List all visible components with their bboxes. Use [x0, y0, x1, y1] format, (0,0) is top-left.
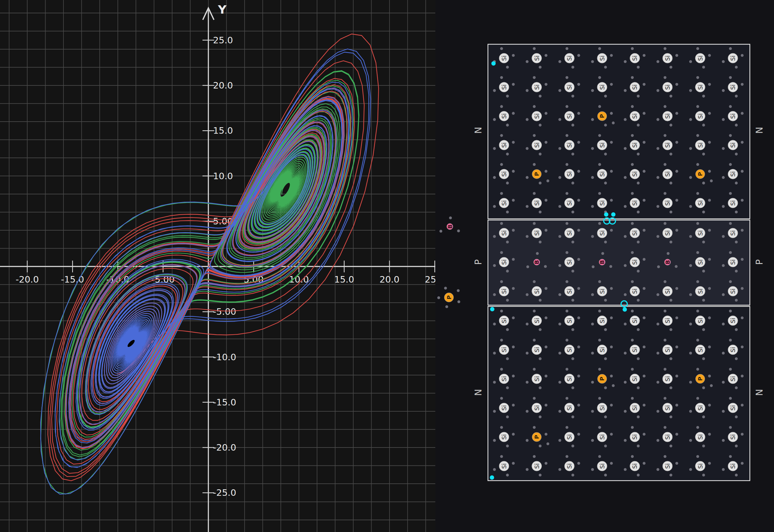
valence-electron-dot: [506, 444, 509, 447]
valence-electron-dot: [689, 468, 692, 471]
region-label-n: N: [473, 127, 484, 134]
valence-electron-dot: [591, 176, 594, 179]
b-atom[interactable]: B: [439, 216, 460, 232]
lorenz-phase-plot[interactable]: -20.0-15.0-10.0-5.005.0010.015.020.025.0…: [0, 0, 435, 532]
valence-electron-dot: [610, 345, 613, 348]
atom-symbol: Si: [501, 230, 508, 236]
valence-electron-dot: [539, 182, 542, 184]
valence-electron-dot: [559, 89, 561, 92]
valence-electron-dot: [545, 83, 547, 86]
p-atom[interactable]: P: [437, 287, 460, 308]
valence-electron-dot: [559, 60, 561, 63]
atom-symbol: Si: [664, 288, 671, 294]
valence-electron-dot: [643, 287, 646, 290]
valence-electron-dot: [702, 357, 705, 360]
region-p-middle: [488, 220, 750, 305]
valence-electron-dot: [545, 462, 547, 465]
atom-symbol: Si: [697, 288, 704, 294]
valence-electron-dot: [643, 404, 646, 406]
atom-symbol: Si: [729, 230, 736, 236]
valence-electron-dot: [735, 386, 738, 389]
valence-electron-dot: [675, 462, 678, 465]
valence-electron-dot: [526, 89, 529, 92]
valence-electron-dot: [643, 229, 646, 231]
valence-electron-dot: [667, 252, 669, 255]
valence-electron-dot: [631, 251, 634, 254]
valence-electron-dot: [500, 163, 503, 166]
valence-electron-dot: [689, 60, 692, 63]
valence-electron-dot: [512, 229, 515, 231]
valence-electron-dot: [526, 322, 529, 325]
atom-symbol: Si: [599, 142, 606, 148]
valence-electron-dot: [643, 170, 646, 173]
valence-electron-dot: [572, 124, 574, 127]
valence-electron-dot: [577, 112, 580, 115]
atom-symbol: Si: [599, 288, 606, 294]
atom-symbol: Si: [664, 376, 671, 381]
valence-electron-dot: [577, 258, 580, 261]
valence-electron-dot: [591, 235, 594, 238]
valence-electron-dot: [506, 270, 509, 272]
valence-electron-dot: [493, 235, 496, 238]
valence-electron-dot: [493, 176, 496, 179]
valence-electron-dot: [675, 316, 678, 319]
valence-electron-dot: [457, 229, 460, 232]
valence-electron-dot: [722, 410, 725, 413]
valence-electron-dot: [547, 179, 549, 182]
atom-symbol: P: [599, 114, 605, 118]
valence-electron-dot: [572, 240, 574, 243]
valence-electron-dot: [669, 474, 672, 476]
valence-electron-dot: [637, 66, 640, 68]
valence-electron-dot: [526, 118, 529, 121]
atom-symbol: Si: [501, 142, 508, 148]
free-electron-dot: [490, 475, 494, 480]
valence-electron-dot: [631, 368, 634, 370]
x-tick-label: -20.0: [15, 274, 39, 285]
atom-symbol: Si: [501, 200, 508, 205]
valence-electron-dot: [741, 141, 744, 144]
valence-electron-dot: [637, 357, 640, 360]
valence-electron-dot: [598, 222, 601, 225]
valence-electron-dot: [708, 287, 711, 290]
y-tick-label: 10.0: [213, 171, 233, 181]
valence-electron-dot: [577, 170, 580, 173]
valence-electron-dot: [533, 368, 536, 370]
atom-symbol: Si: [501, 288, 508, 294]
valence-electron-dot: [689, 381, 692, 383]
valence-electron-dot: [689, 147, 692, 150]
valence-electron-dot: [669, 299, 672, 301]
valence-electron-dot: [559, 118, 561, 121]
valence-electron-dot: [559, 439, 561, 442]
valence-electron-dot: [572, 182, 574, 184]
atom-symbol: Si: [566, 288, 573, 294]
atom-symbol: Si: [631, 318, 638, 323]
valence-electron-dot: [702, 182, 705, 184]
atom-symbol: Si: [599, 230, 606, 236]
valence-electron-dot: [741, 374, 744, 377]
valence-electron-dot: [729, 105, 732, 108]
device-regions: [488, 44, 750, 481]
valence-electron-dot: [664, 47, 666, 50]
atom-symbol: Si: [631, 259, 638, 265]
valence-electron-dot: [493, 352, 496, 354]
valence-electron-dot: [741, 83, 744, 86]
atom-symbol: Si: [534, 230, 540, 236]
valence-electron-dot: [539, 124, 542, 127]
valence-electron-dot: [689, 235, 692, 238]
atom-symbol: Si: [631, 463, 638, 469]
valence-electron-dot: [664, 397, 666, 400]
valence-electron-dot: [572, 210, 574, 213]
valence-electron-dot: [539, 328, 542, 331]
valence-electron-dot: [598, 339, 601, 341]
atom-symbol: Si: [534, 200, 540, 205]
valence-electron-dot: [512, 462, 515, 465]
valence-electron-dot: [591, 468, 594, 471]
valence-electron-dot: [572, 66, 574, 68]
valence-electron-dot: [591, 205, 594, 208]
valence-electron-dot: [669, 153, 672, 155]
atom-symbol: Si: [664, 347, 671, 352]
valence-electron-dot: [631, 455, 634, 458]
valence-electron-dot: [598, 368, 601, 370]
valence-electron-dot: [512, 433, 515, 435]
valence-electron-dot: [577, 287, 580, 290]
